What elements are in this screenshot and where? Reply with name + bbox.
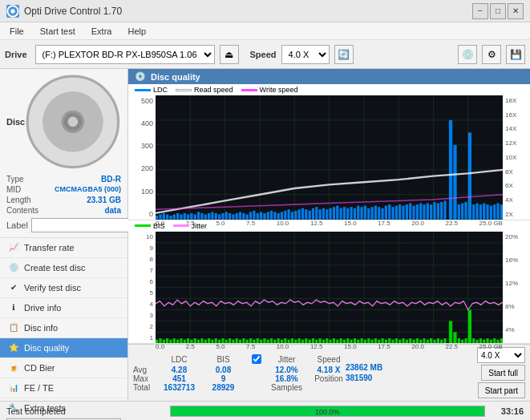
svg-rect-117 xyxy=(500,204,503,220)
svg-rect-105 xyxy=(443,200,446,219)
stats-bar: LDC BIS Jitter Speed Avg 4.28 0.08 xyxy=(128,344,530,401)
menu-extra[interactable]: Extra xyxy=(85,25,119,38)
time-display: 33:16 xyxy=(492,406,524,416)
svg-rect-103 xyxy=(437,204,439,220)
speed-select[interactable]: 4.0 X xyxy=(281,45,330,64)
sidebar-item-create-test-disc[interactable]: 💿 Create test disc xyxy=(0,258,127,278)
chart2-y-right: 20% 16% 12% 8% 4% xyxy=(503,232,527,343)
svg-rect-57 xyxy=(288,209,290,219)
nav-label-create-test-disc: Create test disc xyxy=(24,263,85,273)
svg-rect-76 xyxy=(468,132,471,219)
app-title: Opti Drive Control 1.70 xyxy=(24,6,122,17)
svg-rect-221 xyxy=(453,332,456,343)
drive-select[interactable]: (F:) PLEXTOR BD-R PX-LB950SA 1.06 xyxy=(35,45,215,64)
sidebar-item-disc-info[interactable]: 📋 Disc info xyxy=(0,318,127,338)
svg-rect-61 xyxy=(301,208,304,220)
svg-rect-21 xyxy=(163,213,165,220)
svg-rect-208 xyxy=(406,339,408,343)
legend-read-speed: Read speed xyxy=(176,86,233,94)
label-key: Label xyxy=(6,220,28,230)
svg-rect-38 xyxy=(221,213,224,220)
legend-jitter: Jitter xyxy=(173,222,208,230)
svg-rect-140 xyxy=(169,339,172,343)
svg-rect-104 xyxy=(440,202,443,220)
svg-rect-168 xyxy=(267,339,269,343)
sidebar-item-verify-test-disc[interactable]: ✔ Verify test disc xyxy=(0,278,127,298)
svg-rect-65 xyxy=(315,207,318,219)
menu-help[interactable]: Help xyxy=(121,25,152,38)
refresh-btn[interactable]: 🔄 xyxy=(334,45,354,64)
svg-rect-90 xyxy=(391,207,394,219)
ldc-col-header: LDC xyxy=(157,354,201,365)
svg-rect-87 xyxy=(381,208,383,220)
save-btn[interactable]: 💾 xyxy=(506,45,525,64)
svg-rect-39 xyxy=(225,212,228,219)
nav-label-drive-info: Drive info xyxy=(24,303,61,313)
disc-section-title: Disc xyxy=(6,117,25,127)
svg-rect-179 xyxy=(305,338,307,343)
create-disc-icon: 💿 xyxy=(8,262,19,273)
sidebar-item-transfer-rate[interactable]: 📈 Transfer rate xyxy=(0,238,127,258)
chart2-wrapper: 10 9 8 7 6 5 4 3 2 1 xyxy=(128,232,530,343)
cd-bier-icon: 🍺 xyxy=(8,362,19,374)
svg-rect-227 xyxy=(475,339,478,343)
svg-rect-85 xyxy=(374,206,377,220)
svg-rect-205 xyxy=(395,338,398,343)
chart2-section: BIS Jitter 10 9 8 7 6 xyxy=(128,220,530,344)
minimize-btn[interactable]: − xyxy=(472,3,488,19)
svg-rect-107 xyxy=(461,204,463,220)
maximize-btn[interactable]: □ xyxy=(490,3,506,19)
svg-rect-111 xyxy=(479,204,482,220)
svg-point-1 xyxy=(10,9,14,13)
sidebar-item-drive-info[interactable]: ℹ Drive info xyxy=(0,298,127,318)
progress-bar-wrap: 100.0% xyxy=(170,406,485,417)
svg-rect-148 xyxy=(197,339,200,343)
svg-rect-114 xyxy=(490,206,492,220)
svg-rect-166 xyxy=(260,339,262,343)
chart2-legend: BIS Jitter xyxy=(128,220,530,232)
fe-te-icon: 📊 xyxy=(8,382,19,394)
svg-rect-198 xyxy=(370,339,373,343)
svg-rect-69 xyxy=(330,208,332,220)
svg-rect-186 xyxy=(330,339,332,343)
nav-label-cd-bier: CD Bier xyxy=(24,363,55,373)
status-text: Test completed xyxy=(6,406,164,416)
svg-rect-80 xyxy=(357,206,359,220)
nav-items: 📈 Transfer rate 💿 Create test disc ✔ Ver… xyxy=(0,238,127,418)
eject-btn[interactable]: ⏏ xyxy=(220,45,239,64)
burn-btn[interactable]: 💿 xyxy=(458,45,477,64)
disc-label-row: Label 🔍 xyxy=(6,218,121,232)
svg-rect-215 xyxy=(430,338,432,343)
svg-rect-50 xyxy=(263,213,265,220)
sidebar-item-disc-quality[interactable]: ⭐ Disc quality xyxy=(0,338,127,358)
legend-bis: BIS xyxy=(135,222,165,230)
svg-rect-223 xyxy=(461,339,463,343)
menu-file[interactable]: File xyxy=(3,25,30,38)
label-input[interactable] xyxy=(31,218,138,232)
speed-col-header: Speed xyxy=(309,354,349,365)
sidebar-item-cd-bier[interactable]: 🍺 CD Bier xyxy=(0,358,127,378)
start-part-btn[interactable]: Start part xyxy=(478,382,525,398)
svg-rect-26 xyxy=(180,214,182,219)
length-value: 23.31 GB xyxy=(87,196,121,204)
svg-rect-106 xyxy=(458,204,460,220)
settings-btn[interactable]: ⚙ xyxy=(482,45,501,64)
svg-rect-49 xyxy=(260,212,262,219)
nav-label-disc-quality: Disc quality xyxy=(24,343,69,353)
write-speed-legend-label: Write speed xyxy=(260,86,298,94)
svg-rect-151 xyxy=(208,338,210,343)
svg-rect-167 xyxy=(263,338,265,343)
chart1-canvas: 0.02.55.07.510.012.515.017.520.022.525.0… xyxy=(156,95,503,220)
contents-value: data xyxy=(104,206,121,215)
right-panel: 💿 Disc quality LDC Read speed xyxy=(128,69,530,401)
bis-legend-color xyxy=(135,224,151,227)
menu-start-test[interactable]: Start test xyxy=(34,25,82,38)
close-btn[interactable]: ✕ xyxy=(508,3,524,19)
svg-rect-216 xyxy=(433,339,435,343)
sidebar-item-fe-te[interactable]: 📊 FE / TE xyxy=(0,378,127,398)
svg-rect-185 xyxy=(326,338,328,343)
start-full-btn[interactable]: Start full xyxy=(481,365,525,381)
disc-mid-row: MID CMCMAGBA5 (000) xyxy=(6,185,121,194)
svg-point-5 xyxy=(68,117,79,127)
jitter-checkbox[interactable] xyxy=(252,354,261,364)
